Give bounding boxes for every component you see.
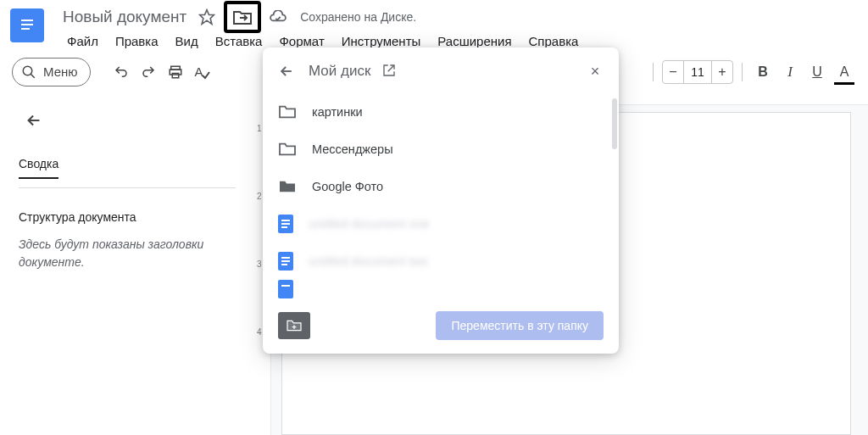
title-row: Новый документ Сохранено на Диске. — [59, 5, 586, 29]
menu-file[interactable]: Файл — [59, 31, 106, 52]
dialog-doc-item[interactable] — [263, 280, 615, 298]
svg-rect-1 — [21, 20, 33, 21]
dialog-back-button[interactable] — [275, 59, 298, 83]
outline-structure-heading: Структура документа — [19, 210, 236, 224]
svg-rect-3 — [21, 28, 30, 30]
open-in-new-icon[interactable] — [382, 64, 398, 79]
move-file-dialog: Мой диск × картинки Мессенджеры Google Ф… — [263, 47, 619, 354]
dialog-title: Мой диск — [309, 63, 370, 80]
font-size-box: − 11 + — [662, 60, 733, 84]
menu-search-label: Меню — [43, 64, 78, 79]
dialog-item-label: untitled document one — [309, 217, 430, 231]
dialog-item-label: картинки — [312, 105, 363, 119]
star-icon[interactable] — [197, 7, 217, 27]
print-button[interactable] — [164, 60, 187, 84]
undo-button[interactable] — [109, 60, 133, 84]
doc-icon — [278, 215, 293, 233]
toolbar-separator — [653, 63, 654, 81]
outline-divider — [19, 187, 236, 188]
outline-back-button[interactable] — [19, 105, 49, 136]
spellcheck-button[interactable]: A — [191, 60, 214, 84]
ruler-tick: 4 — [257, 327, 262, 337]
dialog-footer: Переместить в эту папку — [263, 298, 619, 354]
folder-icon — [278, 142, 297, 157]
dialog-item-label: Мессенджеры — [312, 142, 393, 156]
dialog-folder-list[interactable]: картинки Мессенджеры Google Фото untitle… — [263, 93, 619, 298]
menu-search-button[interactable]: Меню — [12, 58, 91, 86]
dialog-close-button[interactable]: × — [583, 59, 607, 83]
dialog-header: Мой диск × — [263, 47, 619, 93]
menu-view[interactable]: Вид — [168, 31, 206, 52]
doc-icon — [278, 252, 293, 270]
svg-point-5 — [23, 66, 32, 75]
italic-button[interactable]: I — [778, 60, 802, 84]
doc-icon — [278, 280, 293, 298]
new-folder-button[interactable] — [278, 312, 310, 339]
svg-line-6 — [31, 74, 35, 78]
menu-edit[interactable]: Правка — [108, 31, 166, 52]
svg-rect-13 — [281, 226, 287, 228]
toolbar-separator — [742, 63, 743, 81]
dialog-scrollbar[interactable] — [612, 98, 617, 251]
app-header: Новый документ Сохранено на Диске. Файл … — [0, 0, 868, 54]
folder-icon — [278, 104, 297, 120]
docs-logo[interactable] — [10, 8, 44, 42]
redo-button[interactable] — [136, 60, 160, 84]
svg-marker-4 — [200, 10, 214, 25]
move-here-button[interactable]: Переместить в эту папку — [436, 311, 604, 340]
svg-rect-15 — [281, 257, 290, 259]
outline-placeholder-text: Здесь будут показаны заголовки документе… — [19, 236, 236, 271]
underline-button[interactable]: U — [805, 60, 829, 84]
ruler-tick: 2 — [257, 192, 262, 201]
save-status-text: Сохранено на Диске. — [300, 10, 416, 24]
document-title[interactable]: Новый документ — [59, 8, 190, 26]
font-size-increase[interactable]: + — [712, 64, 732, 80]
ruler-tick: 3 — [257, 259, 262, 269]
font-size-value[interactable]: 11 — [683, 61, 712, 83]
menu-insert[interactable]: Вставка — [208, 31, 270, 52]
svg-rect-11 — [281, 220, 290, 221]
svg-rect-17 — [281, 264, 287, 265]
dialog-item-label: Google Фото — [312, 180, 383, 193]
folder-icon — [278, 179, 297, 194]
outline-panel: Сводка Структура документа Здесь будут п… — [0, 90, 254, 435]
new-folder-icon — [286, 319, 303, 332]
dialog-doc-item[interactable]: untitled document one — [263, 205, 615, 243]
dialog-doc-item[interactable]: untitled document two — [263, 243, 615, 280]
svg-rect-19 — [281, 285, 290, 287]
cloud-saved-icon[interactable] — [268, 7, 288, 27]
svg-rect-18 — [278, 280, 293, 298]
search-icon — [21, 64, 36, 80]
title-column: Новый документ Сохранено на Диске. Файл … — [59, 5, 586, 52]
dialog-folder-item[interactable]: картинки — [263, 93, 615, 131]
svg-rect-16 — [281, 260, 290, 262]
dialog-item-label: untitled document two — [309, 254, 428, 268]
bold-button[interactable]: B — [751, 60, 775, 84]
ruler-tick: 1 — [257, 124, 262, 133]
svg-rect-12 — [281, 223, 290, 225]
dialog-folder-item[interactable]: Мессенджеры — [263, 131, 615, 168]
outline-summary-tab[interactable]: Сводка — [19, 157, 58, 179]
text-color-button[interactable]: A — [832, 60, 856, 84]
svg-rect-2 — [21, 24, 33, 25]
dialog-folder-item[interactable]: Google Фото — [263, 168, 615, 205]
move-icon[interactable] — [224, 1, 261, 33]
font-size-decrease[interactable]: − — [663, 64, 683, 80]
